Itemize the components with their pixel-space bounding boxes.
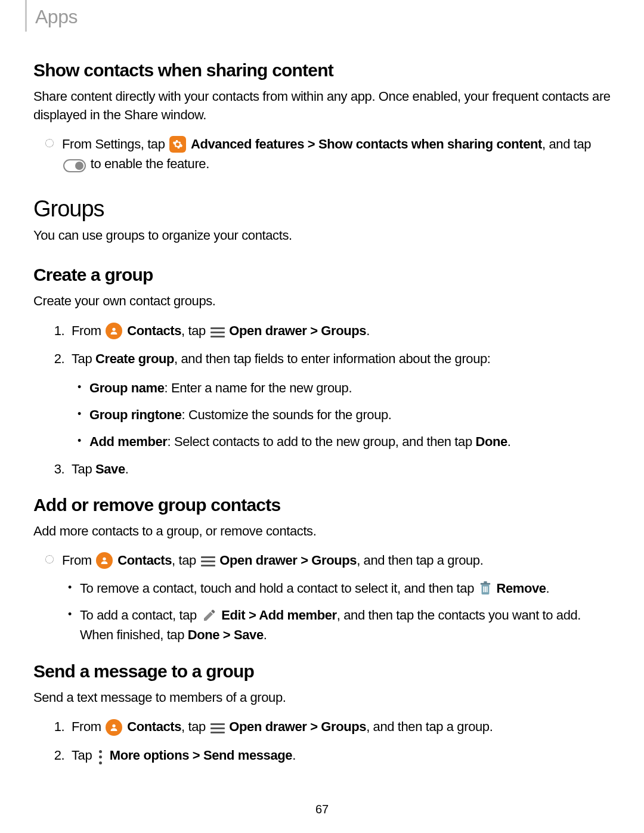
page-number: 67 <box>0 803 644 816</box>
contacts-icon <box>106 323 122 339</box>
svg-rect-6 <box>487 586 488 592</box>
heading-send-message: Send a message to a group <box>33 661 611 682</box>
toggle-icon <box>63 159 86 172</box>
svg-point-7 <box>113 724 116 727</box>
svg-rect-4 <box>483 586 484 592</box>
intro-send-message: Send a text message to members of a grou… <box>33 689 611 707</box>
create-step-2: Tap Create group, and then tap fields to… <box>68 348 611 451</box>
svg-rect-2 <box>480 583 490 584</box>
breadcrumb: Apps <box>25 0 611 32</box>
heading-add-remove: Add or remove group contacts <box>33 495 611 515</box>
svg-point-1 <box>103 557 106 560</box>
bullet-add-member: Add member: Select contacts to add to th… <box>89 432 611 451</box>
drawer-icon <box>210 723 225 733</box>
bullet-remove-contact: To remove a contact, touch and hold a co… <box>80 578 611 598</box>
drawer-icon <box>201 556 215 566</box>
send-step-1: From Contacts, tap Open drawer > Groups,… <box>68 716 611 737</box>
more-options-icon <box>98 750 104 764</box>
svg-point-0 <box>113 328 116 331</box>
trash-icon <box>479 580 492 596</box>
intro-create-group: Create your own contact groups. <box>33 292 611 311</box>
svg-rect-5 <box>485 586 486 592</box>
heading-show-contacts: Show contacts when sharing content <box>33 60 611 80</box>
intro-show-contacts: Share content directly with your contact… <box>33 88 611 125</box>
heading-create-group: Create a group <box>33 265 611 285</box>
add-remove-step: From Contacts, tap Open drawer > Groups,… <box>62 550 611 645</box>
contacts-icon <box>106 719 122 736</box>
heading-groups: Groups <box>33 196 611 222</box>
create-step-1: From Contacts, tap Open drawer > Groups. <box>68 320 611 341</box>
contacts-icon <box>96 552 113 569</box>
create-step-3: Tap Save. <box>68 459 611 479</box>
drawer-icon <box>210 327 225 337</box>
settings-icon <box>169 136 186 153</box>
intro-add-remove: Add more contacts to a group, or remove … <box>33 522 611 541</box>
edit-icon <box>202 608 217 623</box>
svg-rect-3 <box>484 581 487 583</box>
send-step-2: Tap More options > Send message. <box>68 745 611 766</box>
bullet-group-name: Group name: Enter a name for the new gro… <box>89 378 611 398</box>
bullet-group-ringtone: Group ringtone: Customize the sounds for… <box>89 405 611 425</box>
bullet-add-contact: To add a contact, tap Edit > Add member,… <box>80 605 611 645</box>
intro-groups: You can use groups to organize your cont… <box>33 227 611 245</box>
step-settings: From Settings, tap Advanced features > S… <box>62 134 611 174</box>
